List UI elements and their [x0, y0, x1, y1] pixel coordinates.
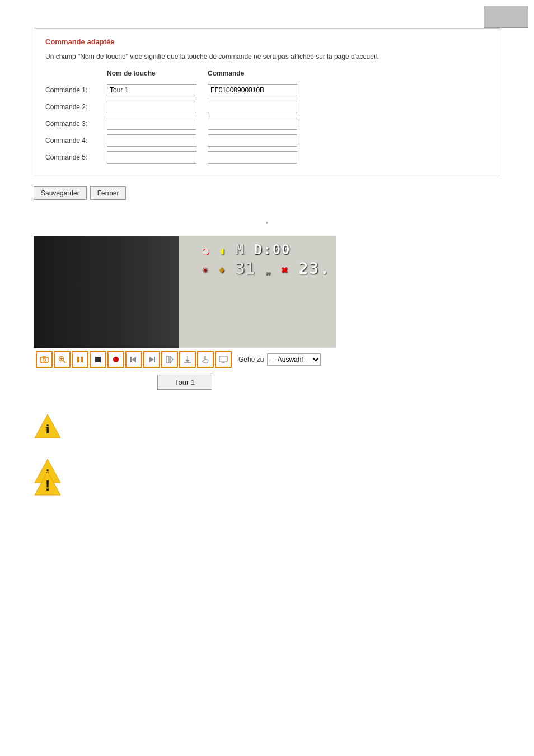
camera-preview: ◕ ◖ M D:00 ☀ ♦ 31 „ ✖ 23.	[34, 236, 336, 348]
goto-select[interactable]: – Auswahl –	[267, 353, 321, 366]
pause-icon-btn[interactable]	[72, 351, 88, 368]
svg-marker-13	[149, 357, 154, 362]
commande-label-1: Commande 1:	[45, 86, 107, 94]
tour-button[interactable]: Tour 1	[157, 375, 212, 390]
cam-dark-area	[34, 236, 179, 348]
hand-btn[interactable]	[197, 351, 214, 368]
sauvegarder-button[interactable]: Sauvegarder	[34, 186, 87, 200]
commande-value-1[interactable]	[208, 84, 297, 96]
warning-icon-double: i !	[34, 457, 62, 496]
svg-text:!: !	[45, 477, 50, 494]
separator: ,	[34, 217, 500, 225]
tour-btn-row: Tour 1	[34, 375, 336, 390]
cam-overlay: ◕ ◖ M D:00 ☀ ♦ 31 „ ✖ 23.	[202, 241, 330, 279]
nom-de-touche-4[interactable]	[107, 134, 196, 147]
nom-de-touche-2[interactable]	[107, 101, 196, 113]
commande-value-4[interactable]	[208, 134, 297, 147]
prev-frame-btn[interactable]	[125, 351, 142, 368]
camera-section: ◕ ◖ M D:00 ☀ ♦ 31 „ ✖ 23.	[34, 236, 500, 390]
svg-text:i: i	[46, 422, 50, 436]
commande-label-4: Commande 4:	[45, 137, 107, 144]
prev-track-btn[interactable]	[161, 351, 178, 368]
commande-label-2: Commande 2:	[45, 103, 107, 111]
svg-rect-0	[40, 357, 48, 362]
cam-line1: ◕ ◖ M D:00	[202, 241, 330, 259]
svg-rect-8	[81, 357, 83, 362]
commande-box-desc: Un champ "Nom de touche" vide signifie q…	[45, 52, 489, 62]
camera-icon-btn[interactable]	[36, 351, 53, 368]
svg-marker-11	[132, 357, 136, 362]
svg-marker-16	[170, 356, 173, 363]
goto-section: Gehe zu – Auswahl –	[238, 353, 321, 366]
top-right-button[interactable]	[484, 6, 528, 28]
nom-de-touche-1[interactable]	[107, 84, 196, 96]
commande-adaptee-box: Commande adaptée Un champ "Nom de touche…	[34, 28, 500, 175]
commande-value-3[interactable]	[208, 118, 297, 130]
warning-item-2: i !	[34, 457, 500, 496]
commande-label-5: Commande 5:	[45, 153, 107, 161]
svg-point-1	[43, 358, 46, 361]
nom-de-touche-5[interactable]	[107, 151, 196, 164]
svg-rect-15	[166, 356, 169, 363]
svg-point-10	[113, 357, 119, 362]
nom-de-touche-3[interactable]	[107, 118, 196, 130]
goto-label: Gehe zu	[238, 356, 264, 363]
zoom-icon-btn[interactable]	[54, 351, 71, 368]
svg-rect-7	[77, 357, 79, 362]
svg-rect-12	[130, 357, 132, 362]
fermer-button[interactable]: Fermer	[90, 186, 127, 200]
svg-rect-9	[95, 357, 101, 362]
col-header-nom: Nom de touche	[107, 69, 208, 80]
record-icon-btn[interactable]	[107, 351, 124, 368]
svg-rect-14	[154, 357, 155, 362]
info-section: i i !	[34, 412, 500, 496]
control-bar: Gehe zu – Auswahl –	[34, 348, 369, 371]
svg-marker-18	[185, 360, 190, 362]
svg-rect-2	[43, 356, 46, 358]
warning-icon-single: i	[34, 412, 62, 440]
warning-item-1: i	[34, 412, 500, 440]
commande-box-title: Commande adaptée	[45, 38, 489, 46]
commande-label-3: Commande 3:	[45, 120, 107, 128]
col-header-commande: Commande	[208, 69, 308, 80]
cam-line2: ☀ ♦ 31 „ ✖ 23.	[202, 259, 330, 279]
screen-btn[interactable]	[215, 351, 232, 368]
action-buttons: Sauvegarder Fermer	[34, 186, 500, 200]
download-btn[interactable]	[179, 351, 196, 368]
stop-icon-btn[interactable]	[90, 351, 106, 368]
svg-line-4	[63, 361, 66, 363]
next-frame-btn[interactable]	[143, 351, 160, 368]
svg-rect-20	[219, 356, 227, 362]
commande-value-5[interactable]	[208, 151, 297, 164]
commande-value-2[interactable]	[208, 101, 297, 113]
commande-table: Nom de touche Commande Commande 1: Comma…	[45, 69, 489, 164]
